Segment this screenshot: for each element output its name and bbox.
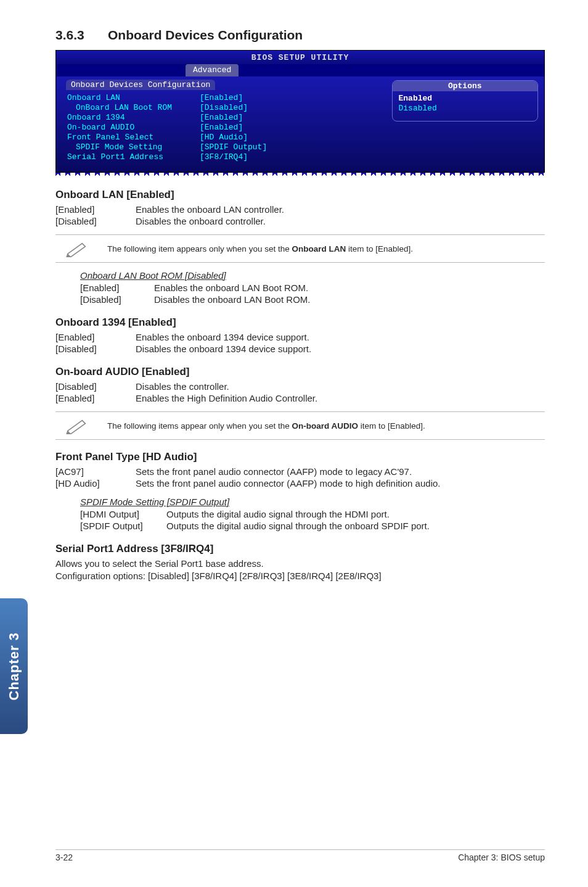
- bios-left-pane: Onboard Devices Configuration Onboard LA…: [62, 80, 385, 166]
- note-text-pre: The following item appears only when you…: [107, 244, 292, 254]
- note-text-post: item to [Enabled].: [346, 244, 413, 254]
- sub-title: Onboard LAN Boot ROM [Disabled]: [80, 270, 545, 281]
- bios-row-value: [Disabled]: [200, 103, 380, 113]
- kv-key: [Disabled]: [55, 215, 136, 227]
- kv-value: Disables the controller.: [136, 381, 317, 392]
- heading-onboard-1394: Onboard 1394 [Enabled]: [55, 316, 545, 329]
- footer-chapter: Chapter 3: BIOS setup: [458, 852, 545, 862]
- bios-panel: BIOS SETUP UTILITY Advanced Onboard Devi…: [55, 50, 545, 173]
- kv-key: [Enabled]: [55, 331, 136, 343]
- kv-value: Disables the onboard LAN Boot ROM.: [154, 294, 310, 305]
- bios-row-label: Serial Port1 Address: [67, 152, 200, 162]
- kv-value: Disables the onboard 1394 device support…: [136, 343, 311, 355]
- kv-value: Outputs the digital audio signal through…: [166, 508, 430, 520]
- bios-tab-advanced: Advanced: [186, 64, 239, 76]
- kv-value: Enables the onboard LAN controller.: [136, 204, 284, 215]
- bios-header: BIOS SETUP UTILITY: [56, 51, 544, 64]
- note-text-post: item to [Enabled].: [358, 421, 425, 431]
- bios-tear-edge: [55, 173, 545, 178]
- bios-row-label: Front Panel Select: [67, 133, 200, 142]
- heading-onboard-audio: On-board AUDIO [Enabled]: [55, 366, 545, 378]
- bios-row-value: [SPDIF Output]: [200, 142, 380, 152]
- bios-options-head: Options: [393, 81, 538, 91]
- kv-key: [Disabled]: [55, 343, 136, 355]
- kv-key: [Disabled]: [55, 381, 136, 392]
- serial-port-body: Allows you to select the Serial Port1 ba…: [55, 558, 545, 583]
- section-number: 3.6.3: [55, 28, 108, 43]
- bios-row-label: Onboard 1394: [67, 113, 200, 123]
- kv-key: [HDMI Output]: [80, 508, 166, 520]
- note-onboard-lan: The following item appears only when you…: [55, 234, 545, 263]
- bios-title: BIOS SETUP UTILITY: [56, 53, 544, 62]
- kv-value: Sets the front panel audio connector (AA…: [136, 466, 440, 477]
- note-text: The following items appear only when you…: [107, 421, 425, 431]
- note-text-bold: Onboard LAN: [292, 244, 346, 254]
- kv-value: Sets the front panel audio connector (AA…: [136, 477, 440, 489]
- pencil-icon: [55, 240, 99, 257]
- bios-box-title: Onboard Devices Configuration: [66, 80, 215, 90]
- kv-key: [SPDIF Output]: [80, 520, 166, 532]
- sub-onboard-lan-bootrom: Onboard LAN Boot ROM [Disabled] [Enabled…: [80, 270, 545, 305]
- bios-option-selected: Enabled: [399, 94, 532, 104]
- chapter-tab-label: Chapter 3: [6, 632, 22, 700]
- kv-key: [Disabled]: [80, 294, 154, 305]
- kv-key: [Enabled]: [80, 282, 154, 294]
- bios-row-value: [Enabled]: [200, 123, 380, 133]
- sub-spdif: SPDIF Mode Setting [SPDIF Output] [HDMI …: [80, 497, 545, 532]
- kv-key: [HD Audio]: [55, 477, 136, 489]
- pencil-icon: [55, 417, 99, 434]
- page-footer: 3-22 Chapter 3: BIOS setup: [55, 849, 545, 862]
- bios-right-pane: Options Enabled Disabled: [392, 80, 539, 166]
- bios-row-label: OnBoard LAN Boot ROM: [67, 103, 200, 113]
- kv-key: [Enabled]: [55, 204, 136, 215]
- bios-row-value: [3F8/IRQ4]: [200, 152, 380, 162]
- note-text-pre: The following items appear only when you…: [107, 421, 292, 431]
- bios-row-label: On-board AUDIO: [67, 123, 200, 133]
- kv-front-panel: [AC97]Sets the front panel audio connect…: [55, 466, 440, 489]
- kv-onboard-1394: [Enabled]Enables the onboard 1394 device…: [55, 331, 311, 355]
- kv-onboard-lan: [Enabled]Enables the onboard LAN control…: [55, 204, 284, 227]
- kv-value: Outputs the digital audio signal through…: [166, 520, 430, 532]
- note-text-bold: On-board AUDIO: [292, 421, 358, 431]
- bios-options-box: Options Enabled Disabled: [392, 80, 539, 122]
- bios-row-value: [Enabled]: [200, 113, 380, 123]
- bios-tabs: Advanced: [56, 64, 544, 76]
- heading-serial-port: Serial Port1 Address [3F8/IRQ4]: [55, 543, 545, 555]
- kv-value: Disables the onboard controller.: [136, 215, 284, 227]
- bios-row-label: SPDIF Mode Setting: [67, 142, 200, 152]
- kv-key: [AC97]: [55, 466, 136, 477]
- bios-rows: Onboard LAN[Enabled] OnBoard LAN Boot RO…: [62, 91, 385, 166]
- sub-title: SPDIF Mode Setting [SPDIF Output]: [80, 497, 545, 507]
- kv-value: Enables the onboard LAN Boot ROM.: [154, 282, 310, 294]
- bios-row-label: Onboard LAN: [67, 93, 200, 103]
- kv-value: Enables the High Definition Audio Contro…: [136, 392, 317, 404]
- footer-page-number: 3-22: [55, 852, 73, 862]
- heading-front-panel: Front Panel Type [HD Audio]: [55, 451, 545, 463]
- chapter-tab: Chapter 3: [0, 598, 28, 734]
- note-onboard-audio: The following items appear only when you…: [55, 411, 545, 440]
- note-text: The following item appears only when you…: [107, 244, 413, 254]
- kv-onboard-audio: [Disabled]Disables the controller. [Enab…: [55, 381, 317, 404]
- bios-option: Disabled: [399, 104, 532, 113]
- bios-row-value: [Enabled]: [200, 93, 380, 103]
- heading-onboard-lan: Onboard LAN [Enabled]: [55, 189, 545, 201]
- section-title: Onboard Devices Configuration: [108, 28, 303, 42]
- section-heading: 3.6.3Onboard Devices Configuration: [55, 28, 545, 43]
- bios-row-value: [HD Audio]: [200, 133, 380, 142]
- kv-key: [Enabled]: [55, 392, 136, 404]
- kv-value: Enables the onboard 1394 device support.: [136, 331, 311, 343]
